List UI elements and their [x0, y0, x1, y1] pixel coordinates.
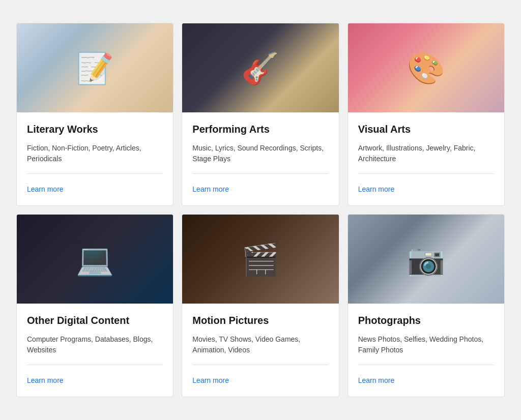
- photographs-title: Photographs: [358, 314, 494, 327]
- motion-pictures-divider: [192, 365, 328, 365]
- other-digital-content-divider: [27, 365, 163, 365]
- card-visual-arts: Visual Arts Artwork, Illustrations, Jewe…: [348, 23, 505, 206]
- other-digital-content-description: Computer Programs, Databases, Blogs, Web…: [27, 334, 163, 365]
- literary-works-divider: [27, 173, 163, 174]
- motion-pictures-body: Motion Pictures Movies, TV Shows, Video …: [182, 304, 338, 397]
- performing-arts-learn-more-link[interactable]: Learn more: [192, 185, 328, 193]
- motion-pictures-title: Motion Pictures: [192, 314, 328, 327]
- photographs-divider: [358, 365, 494, 365]
- other-digital-content-image: [17, 215, 173, 304]
- photographs-image: [348, 215, 504, 304]
- card-performing-arts: Performing Arts Music, Lyrics, Sound Rec…: [182, 23, 339, 206]
- performing-arts-title: Performing Arts: [192, 123, 328, 136]
- performing-arts-image: [182, 23, 338, 112]
- performing-arts-description: Music, Lyrics, Sound Recordings, Scripts…: [192, 143, 328, 173]
- card-photographs: Photographs News Photos, Selfies, Weddin…: [348, 214, 505, 397]
- visual-arts-learn-more-link[interactable]: Learn more: [358, 185, 494, 193]
- other-digital-content-body: Other Digital Content Computer Programs,…: [17, 304, 173, 397]
- visual-arts-image: [348, 23, 504, 112]
- motion-pictures-image: [182, 215, 338, 304]
- category-grid: Literary Works Fiction, Non-Fiction, Poe…: [16, 23, 505, 397]
- literary-works-description: Fiction, Non-Fiction, Poetry, Articles, …: [27, 143, 163, 173]
- visual-arts-divider: [358, 173, 494, 174]
- literary-works-body: Literary Works Fiction, Non-Fiction, Poe…: [17, 112, 173, 205]
- motion-pictures-learn-more-link[interactable]: Learn more: [192, 376, 328, 384]
- literary-works-image: [17, 23, 173, 112]
- motion-pictures-description: Movies, TV Shows, Video Games, Animation…: [192, 334, 328, 365]
- visual-arts-body: Visual Arts Artwork, Illustrations, Jewe…: [348, 112, 504, 205]
- card-motion-pictures: Motion Pictures Movies, TV Shows, Video …: [182, 214, 339, 397]
- photographs-description: News Photos, Selfies, Wedding Photos, Fa…: [358, 334, 494, 365]
- card-literary-works: Literary Works Fiction, Non-Fiction, Poe…: [16, 23, 173, 206]
- literary-works-title: Literary Works: [27, 123, 163, 136]
- other-digital-content-learn-more-link[interactable]: Learn more: [27, 376, 163, 384]
- performing-arts-body: Performing Arts Music, Lyrics, Sound Rec…: [182, 112, 338, 205]
- card-other-digital-content: Other Digital Content Computer Programs,…: [16, 214, 173, 397]
- literary-works-learn-more-link[interactable]: Learn more: [27, 185, 163, 193]
- performing-arts-divider: [192, 173, 328, 174]
- photographs-body: Photographs News Photos, Selfies, Weddin…: [348, 304, 504, 397]
- photographs-learn-more-link[interactable]: Learn more: [358, 376, 494, 384]
- visual-arts-description: Artwork, Illustrations, Jewelry, Fabric,…: [358, 143, 494, 173]
- visual-arts-title: Visual Arts: [358, 123, 494, 136]
- other-digital-content-title: Other Digital Content: [27, 314, 163, 327]
